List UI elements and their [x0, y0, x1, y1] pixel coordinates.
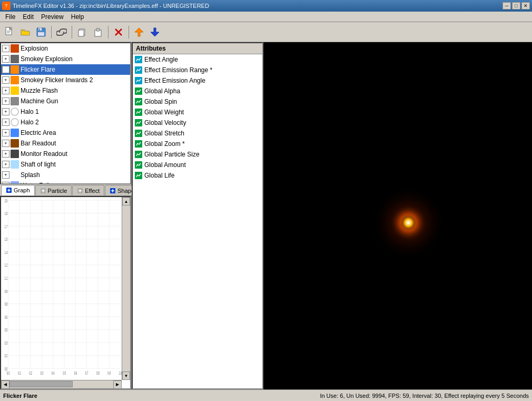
expand-icon[interactable]: +	[2, 182, 9, 184]
menu-file[interactable]: File	[2, 12, 18, 22]
expand-icon[interactable]: +	[2, 129, 9, 136]
tab-graph[interactable]: Graph	[1, 185, 35, 195]
attr-label: Global Velocity	[144, 119, 186, 126]
close-button[interactable]: ✕	[521, 2, 530, 9]
attr-item-global-amount[interactable]: Global Amount	[133, 160, 262, 170]
attributes-header: Attributes	[133, 43, 262, 54]
attr-item-global-zoom-[interactable]: Global Zoom *	[133, 139, 262, 149]
attr-label: Global Alpha	[144, 87, 180, 95]
attr-item-global-stretch[interactable]: Global Stretch	[133, 128, 262, 139]
tree-item-muzzle-flash[interactable]: +Muzzle Flash	[1, 85, 130, 96]
scroll-up-button[interactable]: ▲	[122, 197, 130, 206]
attr-label: Global Life	[144, 172, 174, 179]
tab-bar: GraphParticleEffectShapesHistory	[0, 184, 131, 196]
tree-item-monitor-readout[interactable]: +Monitor Readout	[1, 149, 130, 159]
tree-item-explosion[interactable]: +Explosion	[1, 43, 130, 54]
item-label: Bar Readout	[21, 140, 56, 147]
effects-tree[interactable]: +Explosion+Smokey Explosion+Flicker Flar…	[0, 42, 131, 184]
expand-icon[interactable]: +	[2, 76, 9, 84]
attr-item-global-life[interactable]: Global Life	[133, 170, 262, 181]
title-bar: T TimelineFX Editor v1.36 - zip:inc\bin\…	[0, 0, 532, 12]
move-down-button[interactable]	[147, 25, 162, 40]
tree-item-flicker-flare[interactable]: +Flicker Flare	[1, 64, 130, 75]
app-icon: T	[2, 2, 11, 10]
open-button[interactable]	[18, 25, 33, 40]
tree-item-halo-1[interactable]: +Halo 1	[1, 106, 130, 117]
scroll-down-button[interactable]: ▼	[122, 371, 130, 380]
graph-scrollbar-horizontal[interactable]: ◀ ▶	[1, 380, 122, 388]
paste-button[interactable]	[91, 25, 105, 40]
tree-item-smokey-explosion[interactable]: +Smokey Explosion	[1, 54, 130, 64]
expand-icon[interactable]: +	[2, 119, 9, 126]
attr-item-global-particle-size[interactable]: Global Particle Size	[133, 149, 262, 160]
attr-icon	[135, 98, 142, 105]
expand-icon[interactable]: +	[2, 66, 9, 73]
expand-icon[interactable]: +	[2, 161, 9, 168]
tree-item-machine-gun[interactable]: +Machine Gun	[1, 96, 130, 106]
expand-icon[interactable]: +	[2, 87, 9, 94]
attr-item-global-spin[interactable]: Global Spin	[133, 96, 262, 107]
item-icon	[11, 160, 19, 169]
item-icon	[11, 107, 19, 116]
graph-scrollbar-vertical[interactable]: ▲ ▼	[122, 197, 130, 380]
attr-label: Effect Emission Range *	[144, 66, 212, 74]
attr-label: Global Weight	[144, 109, 184, 116]
title-bar-controls[interactable]: ─ □ ✕	[503, 2, 530, 9]
expand-icon[interactable]: +	[2, 140, 9, 147]
expand-icon[interactable]: +	[2, 108, 9, 115]
status-info: In Use: 6, Un Used: 9994, FPS: 59, Inter…	[320, 393, 529, 399]
expand-icon[interactable]: +	[2, 45, 9, 52]
svg-text:1.7: 1.7	[5, 223, 7, 230]
save-button[interactable]	[34, 25, 48, 40]
tree-item-electric-area[interactable]: +Electric Area	[1, 128, 130, 138]
item-label: Smokey Explosion	[21, 55, 73, 63]
copy-button[interactable]	[75, 25, 90, 40]
delete-button[interactable]	[111, 25, 126, 40]
menu-help[interactable]: Help	[68, 12, 87, 22]
expand-icon[interactable]: +	[2, 97, 9, 105]
shapes-tab-icon	[110, 188, 116, 194]
scroll-right-button[interactable]: ▶	[113, 380, 122, 389]
tree-item-water-fall[interactable]: +Water Fall	[1, 180, 130, 184]
item-label: Muzzle Flash	[21, 87, 58, 94]
menu-edit[interactable]: Edit	[19, 12, 37, 22]
attr-item-global-alpha[interactable]: Global Alpha	[133, 86, 262, 96]
expand-icon[interactable]: +	[2, 55, 9, 63]
svg-text:0.3: 0.3	[41, 370, 43, 376]
scroll-left-button[interactable]: ◀	[1, 380, 9, 389]
tree-item-smokey-flicker-inwards-2[interactable]: +Smokey Flicker Inwards 2	[1, 75, 130, 85]
scrollbar-track[interactable]	[9, 380, 113, 389]
attr-icon	[135, 66, 142, 74]
svg-text:1.8: 1.8	[5, 210, 7, 217]
minimize-button[interactable]: ─	[503, 2, 511, 9]
attr-item-effect-angle[interactable]: Effect Angle	[133, 54, 262, 65]
attr-label: Global Spin	[144, 98, 177, 105]
tree-item-bar-readout[interactable]: +Bar Readout	[1, 138, 130, 149]
attr-item-effect-emission-angle[interactable]: Effect Emission Angle	[133, 75, 262, 86]
move-up-button[interactable]	[132, 25, 146, 40]
tree-item-shaft-of-light[interactable]: +Shaft of light	[1, 159, 130, 170]
attr-item-global-velocity[interactable]: Global Velocity	[133, 118, 262, 128]
expand-icon[interactable]: +	[2, 171, 9, 179]
svg-rect-4	[7, 33, 9, 33]
title-bar-text: TimelineFX Editor v1.36 - zip:inc\bin\Li…	[13, 3, 209, 9]
maximize-button[interactable]: □	[512, 2, 520, 9]
item-icon	[11, 76, 19, 84]
attr-icon	[135, 140, 142, 148]
graph-area: 2.01.81.71.51.41.21.10.90.80.60.50.30.20…	[0, 196, 131, 389]
scrollbar-thumb[interactable]	[9, 381, 73, 387]
tree-item-halo-2[interactable]: +Halo 2	[1, 117, 130, 128]
new-button[interactable]	[2, 25, 17, 40]
attr-icon	[135, 77, 142, 84]
tab-particle[interactable]: Particle	[35, 185, 72, 195]
expand-icon[interactable]: +	[2, 150, 9, 158]
tab-effect[interactable]: Effect	[72, 185, 104, 195]
attr-item-global-weight[interactable]: Global Weight	[133, 107, 262, 118]
svg-marker-16	[135, 28, 143, 36]
attr-item-effect-emission-range-[interactable]: Effect Emission Range *	[133, 65, 262, 75]
link-button[interactable]	[54, 25, 69, 40]
tree-item-splash[interactable]: +Splash	[1, 170, 130, 180]
menu-preview[interactable]: Preview	[38, 12, 67, 22]
item-label: Electric Area	[21, 129, 56, 136]
attr-icon	[135, 130, 142, 137]
